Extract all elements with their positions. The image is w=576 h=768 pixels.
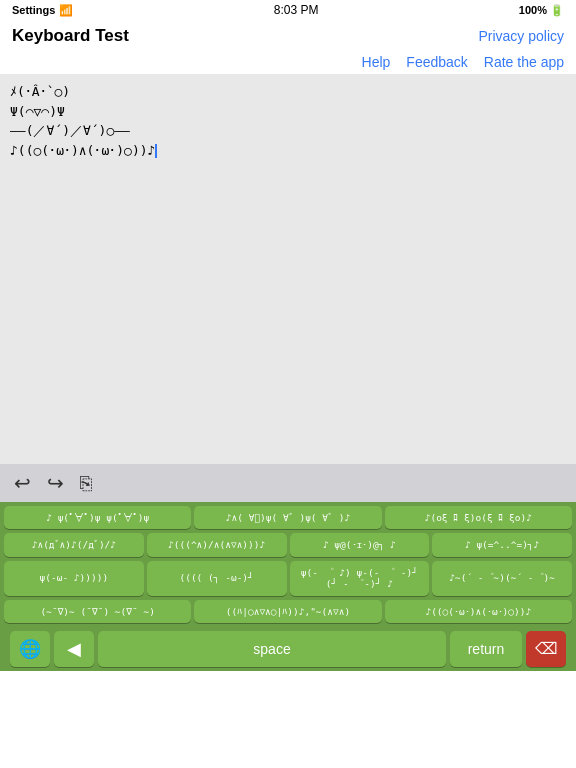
kaomoji-key[interactable]: ♪∼(´ -゜∼)(∼´ -゜)∼	[432, 561, 572, 596]
kaomoji-key[interactable]: ♪((○(･ω･)∧(･ω･)○))♪	[385, 600, 572, 623]
kaomoji-key[interactable]: ♪∧(дﾞ∧)♪(/дﾞ)/♪	[4, 533, 144, 556]
bottom-bar: 🌐 ◀ space return ⌫	[4, 627, 572, 671]
cursor	[155, 144, 157, 158]
text-line-4: ♪((○(･ω･)∧(･ω･)○))♪	[10, 141, 566, 161]
status-bar: Settings 📶 8:03 PM 100% 🔋	[0, 0, 576, 20]
time: 8:03 PM	[274, 3, 319, 17]
rate-app-link[interactable]: Rate the app	[484, 54, 564, 70]
kaomoji-key[interactable]: ♪ ψ(=^..^=)┐♪	[432, 533, 572, 556]
toolbar: ↩ ↪ ⎘	[0, 464, 576, 502]
text-line-2: Ψ(⌒▽⌒)Ψ	[10, 102, 566, 122]
undo-button[interactable]: ↩	[14, 473, 31, 493]
kaomoji-key[interactable]: ♪∧( ∀ﾞ)ψ( ∀ﾞ )ψ( ∀ﾞ )♪	[194, 506, 381, 529]
delete-button[interactable]: ⌫	[526, 631, 566, 667]
text-area[interactable]: ﾒ(･Â･`○) Ψ(⌒▽⌒)Ψ ——(／∀´)／∀´)○—— ♪((○(･ω･…	[0, 74, 576, 464]
settings-label: Settings	[12, 4, 55, 16]
text-line-3: ——(／∀´)／∀´)○——	[10, 121, 566, 141]
kaomoji-key[interactable]: ((ﾊ|○∧▽∧○|ﾊ))♪,"∼(∧▽∧)	[194, 600, 381, 623]
key-row-2: ♪∧(дﾞ∧)♪(/дﾞ)/♪ ♪(((^∧)/∧(∧▽∧)))♪ ♪ ψ@(･…	[4, 533, 572, 556]
space-button[interactable]: space	[98, 631, 446, 667]
battery-icon: 🔋	[550, 4, 564, 17]
redo-button[interactable]: ↪	[47, 473, 64, 493]
nav-bar: Help Feedback Rate the app	[0, 52, 576, 74]
title-bar: Keyboard Test Privacy policy	[0, 20, 576, 52]
kaomoji-key[interactable]: ♪(oξ ﾛ ξ)o(ξ ﾛ ξo)♪	[385, 506, 572, 529]
key-row-4: (∼¯∇)∼ (¯∇¯) ∼(∇¯ ∼) ((ﾊ|○∧▽∧○|ﾊ))♪,"∼(∧…	[4, 600, 572, 623]
help-link[interactable]: Help	[362, 54, 391, 70]
feedback-link[interactable]: Feedback	[406, 54, 467, 70]
back-arrow-button[interactable]: ◀	[54, 631, 94, 667]
keyboard: ♪ ψ(ﾟ∀ﾟ)ψ ψ(ﾟ∀ﾟ)ψ ♪∧( ∀ﾞ)ψ( ∀ﾞ )ψ( ∀ﾞ )♪…	[0, 502, 576, 671]
text-line-1: ﾒ(･Â･`○)	[10, 82, 566, 102]
kaomoji-key[interactable]: ψ(-ω- ♪)))))	[4, 561, 144, 596]
kaomoji-key[interactable]: ♪ ψ(ﾟ∀ﾟ)ψ ψ(ﾟ∀ﾟ)ψ	[4, 506, 191, 529]
kaomoji-key[interactable]: (((( (┐ -ω-)┘	[147, 561, 287, 596]
kaomoji-key[interactable]: ♪(((^∧)/∧(∧▽∧)))♪	[147, 533, 287, 556]
globe-button[interactable]: 🌐	[10, 631, 50, 667]
key-row-1: ♪ ψ(ﾟ∀ﾟ)ψ ψ(ﾟ∀ﾟ)ψ ♪∧( ∀ﾞ)ψ( ∀ﾞ )ψ( ∀ﾞ )♪…	[4, 506, 572, 529]
kaomoji-key[interactable]: ψ(- ゜ ♪) ψ-(- ゜ -)┘ (┘ - ゜-)┘ ♪	[290, 561, 430, 596]
battery-label: 100%	[519, 4, 547, 16]
copy-button[interactable]: ⎘	[80, 473, 92, 493]
app-title: Keyboard Test	[12, 26, 129, 46]
privacy-policy-link[interactable]: Privacy policy	[478, 28, 564, 44]
key-row-3: ψ(-ω- ♪))))) (((( (┐ -ω-)┘ ψ(- ゜ ♪) ψ-(-…	[4, 561, 572, 596]
wifi-icon: 📶	[59, 4, 73, 17]
kaomoji-key[interactable]: ♪ ψ@(･ɪ･)@┐ ♪	[290, 533, 430, 556]
kaomoji-key[interactable]: (∼¯∇)∼ (¯∇¯) ∼(∇¯ ∼)	[4, 600, 191, 623]
return-button[interactable]: return	[450, 631, 522, 667]
